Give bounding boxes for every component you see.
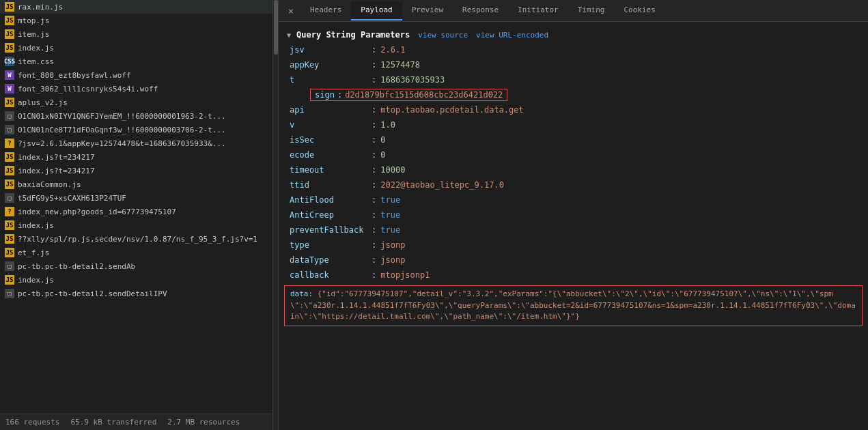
file-type-icon: JS [4,42,15,53]
file-type-icon: ? [4,206,15,217]
param-colon: : [372,134,376,146]
param-value: 12574478 [380,59,420,71]
file-type-icon: JS [4,29,15,40]
param-key: api [290,104,372,116]
params-container: jsv:2.6.1appKey:12574478t:1686367035933s… [279,42,868,283]
param-key: appKey [290,59,372,71]
param-value: 10000 [380,164,405,176]
file-icon-badge: W [5,84,14,94]
list-item[interactable]: W font_800_ezt8bysfawl.woff [0,68,272,82]
file-icon-badge: JS [5,248,14,257]
file-name-label: index.js?t=234217 [18,153,95,162]
file-type-icon: □ [4,124,15,135]
list-item[interactable]: □ pc-tb.pc-tb-detail2.sendDetailIPV [0,287,272,300]
list-item[interactable]: JS index.js [0,273,272,287]
param-row: timeout:10000 [279,162,868,177]
param-row: isSec:0 [279,132,868,147]
list-item[interactable]: JS index.js [0,41,272,55]
data-colon: : [309,289,318,298]
file-type-icon: W [4,83,15,94]
file-type-icon: JS [4,247,15,258]
param-value: jsonp [380,239,405,251]
file-type-icon: ? [4,138,15,149]
param-value: jsonp [380,254,405,266]
file-type-icon: JS [4,274,15,285]
param-value: 1686367035933 [380,74,445,86]
file-type-icon: □ [4,288,15,299]
tab-preview[interactable]: Preview [402,1,453,20]
param-colon: : [372,74,376,86]
file-name-label: font_800_ezt8bysfawl.woff [18,71,131,80]
file-name-label: index_new.php?goods_id=677739475107 [18,207,176,216]
tab-cookies[interactable]: Cookies [614,1,664,20]
view-url-encoded-link[interactable]: view URL-encoded [476,31,548,40]
list-item[interactable]: JS ??xlly/spl/rp.js,secdev/nsv/1.0.87/ns… [0,232,272,246]
list-item[interactable]: W font_3062_lll1csnryks54s4i.woff [0,82,272,96]
param-key: ecode [290,149,372,161]
param-key: dataType [290,254,372,266]
file-icon-badge: JS [5,98,14,107]
param-value: 2.6.1 [380,44,405,56]
list-item[interactable]: CSS item.css [0,55,272,68]
param-value: 0 [380,134,385,146]
list-item[interactable]: □ O1CN01xN0IYV1QN6FJYemEM_!!600000000196… [0,109,272,123]
param-colon: : [372,59,376,71]
file-type-icon: □ [4,261,15,272]
file-icon-badge: JS [5,29,14,39]
transferred-size: 65.9 kB transferred [70,418,156,427]
list-item[interactable]: JS et_f.js [0,246,272,259]
file-name-label: index.js [18,221,54,230]
tab-close-button[interactable]: × [281,1,300,20]
file-name-label: item.css [18,57,54,66]
list-item[interactable]: JS index.js?t=234217 [0,150,272,164]
tab-response[interactable]: Response [453,1,508,20]
list-item[interactable]: ? index_new.php?goods_id=677739475107 [0,205,272,218]
list-item[interactable]: JS item.js [0,27,272,41]
file-icon-badge: JS [5,166,14,175]
list-item[interactable]: JS baxiaCommon.js [0,177,272,191]
file-type-icon: □ [4,111,15,121]
param-row: preventFallback:true [279,223,868,238]
file-icon-badge: JS [5,152,14,162]
section-title: ▼ Query String Parameters [287,30,410,40]
param-colon: : [372,179,376,191]
tab-payload[interactable]: Payload [351,1,402,20]
tab-initiator[interactable]: Initiator [508,1,568,20]
file-name-label: item.js [18,30,49,39]
file-icon-badge: JS [5,275,14,285]
list-item[interactable]: JS index.js?t=234217 [0,164,272,177]
tabs-bar: × Headers Payload Preview Response Initi… [279,0,868,22]
param-key: AntiCreep [290,209,372,221]
tab-headers[interactable]: Headers [300,1,351,20]
file-icon-badge: JS [5,2,14,12]
file-type-icon: JS [4,179,15,190]
view-source-link[interactable]: view source [418,31,468,40]
param-value: true [380,209,400,221]
main-layout: JS rax.min.js JS mtop.js JS item.js JS i… [0,0,868,430]
param-row: appKey:12574478 [279,57,868,72]
file-name-label: index.js [18,44,54,53]
tab-timing[interactable]: Timing [568,1,615,20]
file-name-label: font_3062_lll1csnryks54s4i.woff [18,85,158,94]
list-item[interactable]: □ t5dFG9yS+xsCAXH613P24TUF [0,191,272,205]
resource-size: 2.7 MB resources [167,418,240,427]
file-name-label: baxiaCommon.js [18,180,81,189]
left-scrollbar[interactable] [273,0,279,430]
param-colon: : [372,254,376,266]
list-item[interactable]: JS rax.min.js [0,0,272,14]
data-value: {"id":"677739475107","detail_v":"3.3.2",… [290,289,856,321]
file-type-icon: W [4,70,15,81]
triangle-icon: ▼ [287,31,291,39]
file-type-icon: JS [4,1,15,12]
param-value: 1.0 [380,119,395,131]
param-colon: : [372,239,376,251]
list-item[interactable]: JS aplus_v2.js [0,96,272,109]
param-value: true [380,224,400,236]
list-item[interactable]: JS index.js [0,218,272,232]
list-item[interactable]: ? ?jsv=2.6.1&appKey=12574478&t=168636703… [0,137,272,150]
param-value: 2022@taobao_litepc_9.17.0 [380,179,504,191]
list-item[interactable]: JS mtop.js [0,14,272,27]
list-item[interactable]: □ pc-tb.pc-tb-detail2.sendAb [0,259,272,273]
list-item[interactable]: □ O1CN01nCe8T71dFOaGqnf3w_!!600000000370… [0,123,272,137]
param-row: ttid:2022@taobao_litepc_9.17.0 [279,177,868,192]
